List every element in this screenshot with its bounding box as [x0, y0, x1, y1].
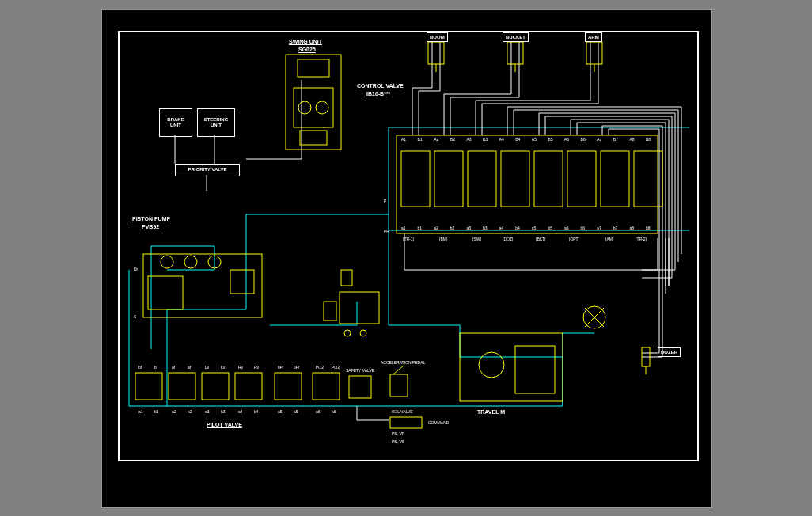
- port-bot: a5: [532, 226, 537, 230]
- pilot-top-lbl: Rv: [254, 365, 259, 370]
- pilot-bot-lbl: b2: [188, 409, 192, 414]
- cad-viewport[interactable]: SWING UNIT SG025 CONTROL VALVE IB16-B***…: [101, 9, 712, 508]
- svg-rect-40: [390, 417, 422, 428]
- pilot-bot-lbl: b6: [332, 409, 336, 414]
- port-top: A6: [564, 137, 569, 142]
- svg-rect-27: [341, 270, 352, 286]
- port-top: A8: [629, 137, 634, 142]
- pilot-bot-lbl: b5: [294, 409, 298, 414]
- svg-rect-26: [230, 270, 254, 294]
- port-top: B3: [483, 137, 488, 142]
- port-bot: b2: [450, 226, 455, 230]
- pilot-top-lbl: Rv: [238, 365, 243, 370]
- svg-rect-28: [340, 292, 379, 324]
- port-bot: a8: [629, 226, 634, 230]
- aux-box-links: [120, 32, 278, 191]
- pilot-top-lbl: PO2: [316, 365, 324, 370]
- port-top: A4: [499, 137, 504, 142]
- sect-5: [BKT]: [536, 237, 546, 241]
- svg-rect-15: [468, 151, 496, 207]
- port-bot: a4: [499, 226, 504, 230]
- pilot-bot-lbl: b4: [254, 409, 259, 414]
- svg-rect-33: [169, 373, 195, 400]
- svg-rect-13: [401, 151, 430, 207]
- port-bot: b3: [483, 226, 488, 230]
- port-top: A2: [434, 137, 438, 142]
- port-bot: b4: [515, 226, 520, 230]
- svg-point-3: [298, 101, 311, 114]
- port-bot: a3: [466, 226, 471, 230]
- sect-3: [SW]: [472, 237, 481, 241]
- swing-unit-title: SWING UNIT: [289, 39, 322, 44]
- svg-rect-43: [515, 346, 555, 393]
- pilot-top-lbl: PO2: [332, 365, 340, 370]
- svg-rect-10: [586, 42, 602, 64]
- lbl-psvs: PS, VS: [392, 439, 404, 444]
- svg-rect-17: [534, 151, 563, 207]
- svg-rect-38: [349, 376, 371, 398]
- svg-point-4: [316, 101, 328, 114]
- tag-arm: ARM: [585, 32, 602, 42]
- piston-pump-title: PISTON PUMP: [132, 216, 170, 222]
- port-s: S: [134, 314, 136, 319]
- svg-rect-29: [324, 302, 336, 321]
- port-top: A3: [466, 137, 471, 142]
- port-top: B2: [450, 137, 455, 142]
- sect-2: [BM]: [439, 237, 447, 241]
- svg-rect-25: [148, 276, 183, 309]
- port-dr: Dr: [134, 267, 138, 271]
- port-bot: a6: [564, 226, 569, 230]
- svg-point-22: [161, 256, 173, 268]
- port-bot: b7: [613, 226, 618, 230]
- port-top: A7: [597, 137, 601, 142]
- port-p: P: [384, 199, 386, 203]
- sect-4: [DOZ]: [503, 237, 513, 241]
- tag-dozer: DOZER: [658, 347, 681, 357]
- svg-rect-14: [434, 151, 463, 207]
- port-top: B5: [548, 137, 552, 142]
- safety-valve-label: SAFETY VALVE: [346, 368, 374, 373]
- svg-point-42: [479, 352, 504, 378]
- pilot-top-lbl: 0Pf: [278, 365, 284, 370]
- port-bot: b5: [548, 226, 552, 230]
- port-bot: a7: [597, 226, 601, 230]
- control-valve-title: CONTROL VALVE: [357, 83, 404, 89]
- port-bot: a2: [434, 226, 438, 230]
- lbl-psvp: PS, VP: [392, 431, 404, 436]
- pilot-top-lbl: Lv: [221, 365, 225, 370]
- travel-m-title: TRAVEL M: [477, 409, 505, 415]
- piston-pump-sub: PVB92: [142, 224, 159, 230]
- port-top: B4: [515, 137, 520, 142]
- svg-rect-20: [634, 151, 662, 207]
- svg-rect-8: [507, 42, 523, 64]
- sect-1: [TR-1]: [403, 237, 414, 241]
- pilot-bot-lbl: b3: [221, 409, 226, 414]
- svg-rect-37: [313, 373, 340, 400]
- port-top: B6: [581, 137, 586, 142]
- svg-rect-5: [300, 131, 327, 145]
- lbl-command: COMMAND: [428, 420, 449, 425]
- port-top: A5: [532, 137, 537, 142]
- sect-8: [TR-2]: [636, 237, 647, 241]
- pilot-top-lbl: bf: [138, 365, 142, 370]
- port-top: B1: [418, 137, 423, 142]
- svg-rect-32: [135, 373, 162, 400]
- sect-6: [OPT]: [569, 237, 579, 241]
- port-bot: b8: [646, 226, 651, 230]
- svg-point-30: [344, 330, 351, 336]
- svg-rect-16: [501, 151, 529, 207]
- pilot-top-lbl: af: [188, 365, 191, 370]
- port-bot: a1: [401, 226, 406, 230]
- port-bot: b6: [581, 226, 586, 230]
- pilot-bot-lbl: a3: [205, 409, 210, 414]
- swing-unit-sub: SG025: [298, 47, 316, 52]
- accel-pedal-label: ACCELERATION PEDAL: [381, 360, 425, 365]
- svg-rect-34: [202, 373, 229, 400]
- svg-rect-6: [428, 42, 444, 64]
- pilot-valve-title: PILOT VALVE: [207, 422, 242, 427]
- port-top: B8: [646, 137, 651, 142]
- svg-rect-1: [298, 59, 329, 77]
- pilot-top-lbl: af: [172, 365, 175, 370]
- sect-7: [AM]: [605, 237, 613, 241]
- drawing-border: SWING UNIT SG025 CONTROL VALVE IB16-B***…: [118, 31, 699, 461]
